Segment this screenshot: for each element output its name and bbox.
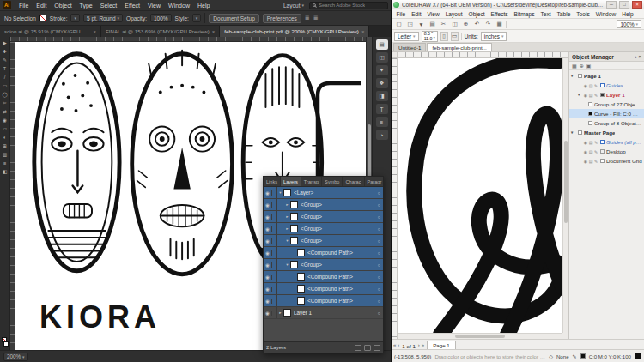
lock-column[interactable]: [272, 199, 277, 210]
workspace-switcher[interactable]: Layout ▾: [283, 3, 304, 9]
menu-item[interactable]: Help: [194, 3, 213, 9]
object-label[interactable]: Group of 27 Objects - Fill:: [594, 101, 642, 107]
panel-icon[interactable]: ✦: [376, 65, 388, 75]
tool-icon[interactable]: ✂: [1, 99, 9, 106]
menu-item[interactable]: Effects: [488, 11, 511, 17]
page-tab[interactable]: Page 1: [427, 341, 456, 349]
panel-icon[interactable]: ◔: [376, 130, 388, 140]
panel-tab[interactable]: Transp: [301, 177, 322, 186]
target-circle-icon[interactable]: ○: [375, 214, 383, 220]
canvas-vertical-scrollbar[interactable]: [562, 58, 568, 333]
layer-row[interactable]: ◉ <Compound Path> ○: [264, 247, 383, 259]
object-tree-row[interactable]: ◉ ▤ ✎ Curve - Fill: C:0 M:0 Y:0 K:100: [569, 109, 644, 118]
brush-dropdown[interactable]: 5 pt. Round ▾: [83, 14, 123, 22]
document-tab[interactable]: Untitled-1: [393, 43, 426, 51]
layer-label[interactable]: <Compound Path>: [307, 274, 375, 280]
next-page-icon[interactable]: ›: [418, 342, 420, 347]
visibility-eye-icon[interactable]: ◉: [264, 214, 272, 220]
object-tree-row[interactable]: ◉ ▤ ✎ Desktop: [569, 147, 644, 156]
layer-row[interactable]: ◉ ▸ <Group> ○: [264, 199, 383, 211]
menu-item[interactable]: Edit: [409, 11, 424, 17]
target-circle-icon[interactable]: ○: [375, 287, 383, 292]
object-label[interactable]: Guides: [606, 82, 623, 88]
page-dimensions-input[interactable]: 8.5 " 11.0 ": [422, 31, 438, 42]
toolbar-icon[interactable]: ✂: [439, 20, 448, 28]
fill-swatch-icon[interactable]: [39, 15, 46, 21]
panel-icon[interactable]: ◨: [376, 91, 388, 101]
target-circle-icon[interactable]: ○: [375, 202, 383, 208]
toolbar-icon[interactable]: ▤: [428, 20, 437, 28]
panel-icon[interactable]: ≡: [376, 117, 388, 127]
target-circle-icon[interactable]: ○: [375, 190, 383, 196]
layer-row[interactable]: ◉ ▸ Layer 1 ○: [264, 307, 383, 319]
coreldraw-canvas[interactable]: [398, 58, 562, 333]
expand-chevron-icon[interactable]: ▾: [277, 190, 283, 195]
maximize-button[interactable]: □: [619, 1, 629, 9]
visibility-eye-icon[interactable]: ◉: [264, 311, 272, 316]
zoom-level-dropdown[interactable]: 100% ▾: [617, 20, 641, 28]
lock-column[interactable]: [272, 283, 277, 294]
make-mask-icon[interactable]: [355, 345, 361, 351]
align-icon[interactable]: ≣: [305, 15, 310, 21]
landscape-icon[interactable]: ▭: [451, 32, 459, 41]
layer-row[interactable]: ◉ <Compound Path> ○: [264, 283, 383, 295]
object-label[interactable]: Master Page: [584, 130, 615, 136]
stroke-weight-dropdown[interactable]: ▾: [70, 14, 80, 22]
panel-icon[interactable]: ◫: [376, 52, 388, 63]
object-label[interactable]: Document Grid: [606, 158, 642, 164]
toolbar-icon[interactable]: ◫: [450, 20, 459, 28]
menu-item[interactable]: Layout: [442, 11, 465, 17]
layer-row[interactable]: ◉ ▾ <Group> ○: [264, 235, 383, 247]
menu-item[interactable]: Bitmaps: [511, 11, 538, 17]
menu-item[interactable]: File: [15, 3, 32, 9]
panel-tab[interactable]: Layers: [281, 177, 301, 186]
expand-chevron-icon[interactable]: ▸: [284, 202, 290, 207]
panel-tab[interactable]: Paragr: [365, 177, 383, 186]
target-circle-icon[interactable]: ○: [375, 238, 383, 244]
expand-chevron-icon[interactable]: ▾: [284, 262, 290, 267]
menu-item[interactable]: Type: [76, 3, 96, 9]
menu-item[interactable]: Edit: [33, 3, 50, 9]
lock-column[interactable]: [272, 235, 277, 246]
close-icon[interactable]: ×: [212, 29, 216, 34]
tool-icon[interactable]: ▶: [1, 39, 9, 46]
tool-icon[interactable]: /: [1, 73, 9, 81]
visibility-eye-icon[interactable]: ◉: [264, 238, 272, 244]
toolbar-icon[interactable]: ↷: [483, 20, 493, 28]
layer-label[interactable]: <Group>: [301, 238, 375, 244]
tool-icon[interactable]: ▱: [1, 124, 9, 132]
edit-icon[interactable]: ✎: [593, 83, 598, 88]
tool-icon[interactable]: ▭: [1, 81, 9, 89]
stock-search-input[interactable]: Search Adobe Stock: [309, 2, 388, 9]
visibility-eye-icon[interactable]: ◉: [264, 190, 272, 196]
docker-toolbar-icon[interactable]: ▣: [586, 63, 592, 69]
tool-icon[interactable]: ◐: [1, 133, 9, 141]
visibility-eye-icon[interactable]: ◉: [264, 275, 272, 280]
object-tree-row[interactable]: ▾ ◉ ▤ ✎ Layer 1: [569, 90, 644, 100]
units-dropdown[interactable]: inches ▾: [481, 32, 507, 41]
toolbar-icon[interactable]: ⊕: [461, 20, 471, 28]
visibility-eye-icon[interactable]: ◉: [264, 250, 272, 256]
expand-chevron-icon[interactable]: ▸: [277, 311, 283, 315]
menu-item[interactable]: File: [393, 11, 409, 17]
object-tree-row[interactable]: ◉ ▤ ✎ Guides (all pages): [569, 137, 644, 147]
document-tab[interactable]: feb-sample-club-print...: [427, 43, 491, 51]
toolbar-icon[interactable]: ▢: [394, 20, 404, 28]
layer-label[interactable]: <Group>: [301, 214, 375, 220]
tool-icon[interactable]: ⊞: [1, 142, 9, 149]
menu-item[interactable]: Window: [592, 11, 618, 17]
panel-icon[interactable]: ❖: [376, 78, 388, 88]
document-tab[interactable]: feb-sample-club-print.pdf @ 200% (CMYK/G…: [220, 26, 369, 37]
menu-item[interactable]: Help: [619, 11, 637, 17]
last-page-icon[interactable]: »: [422, 342, 424, 347]
object-label[interactable]: Guides (all pages): [606, 139, 642, 145]
target-circle-icon[interactable]: ○: [375, 262, 383, 268]
illustrator-logo-icon[interactable]: Ai: [3, 1, 11, 9]
style-dropdown[interactable]: ▾: [192, 14, 202, 22]
stroke-color-icon[interactable]: [3, 341, 9, 347]
layer-label[interactable]: <Compound Path>: [307, 250, 375, 256]
target-circle-icon[interactable]: ○: [375, 250, 383, 256]
object-tree-row[interactable]: ◉ ▤ ✎ Group of 8 Objects - Fill:: [569, 118, 644, 128]
panel-icon[interactable]: ▤: [376, 39, 388, 50]
object-label[interactable]: Desktop: [606, 148, 626, 154]
